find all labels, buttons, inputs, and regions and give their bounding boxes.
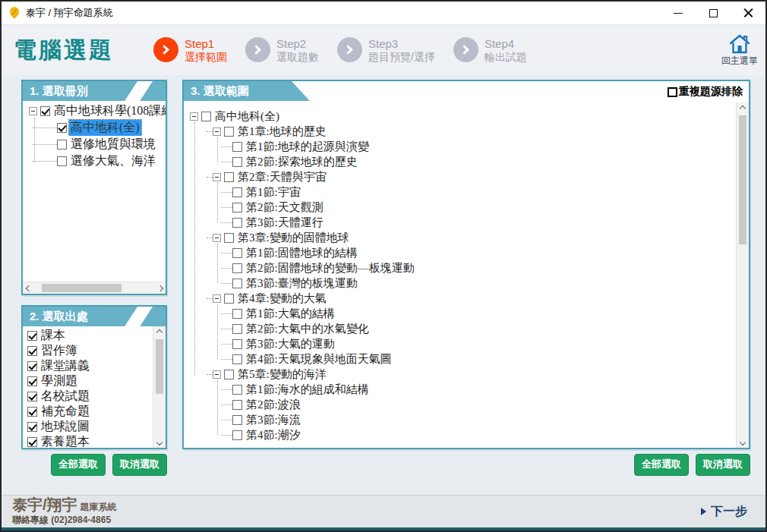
tree-item-label[interactable]: 第1節:固體地球的結構: [245, 246, 359, 260]
tree-item-label[interactable]: 素養題本: [39, 434, 91, 448]
tree-item[interactable]: 選修地質與環境: [23, 136, 166, 153]
checkbox[interactable]: [232, 248, 242, 258]
home-button[interactable]: 回主選單: [721, 33, 758, 68]
deselect-sources-button[interactable]: 取消選取: [112, 454, 167, 476]
tree-item-label[interactable]: 選修地質與環境: [69, 137, 157, 153]
tree-item[interactable]: 第2節:大氣中的水氣變化: [184, 321, 736, 336]
tree-item[interactable]: 第2節:天文觀測: [184, 200, 736, 215]
tree-item-label[interactable]: 第5章:變動的海洋: [236, 367, 328, 382]
tree-item[interactable]: 第3節:天體運行: [184, 215, 736, 230]
tree-item-label[interactable]: 第3章:變動的固體地球: [236, 231, 351, 245]
tree-item-label[interactable]: 課堂講義: [39, 358, 91, 373]
tree-item[interactable]: 習作簿: [23, 343, 153, 358]
tree-item-label[interactable]: 學測題: [39, 373, 79, 389]
checkbox[interactable]: [27, 392, 37, 401]
tree-item[interactable]: 高中地科(全): [184, 109, 736, 124]
tree-item-label[interactable]: 第3節:海流: [245, 413, 302, 427]
tree-item-label[interactable]: 第4節:天氣現象與地面天氣圖: [245, 352, 393, 367]
tree-item-label[interactable]: 高中地科(全): [213, 109, 281, 124]
tree-item[interactable]: 第2章:天體與宇宙: [184, 169, 736, 184]
checkbox[interactable]: [27, 361, 37, 371]
tree-item[interactable]: 第2節:固體地球的變動—板塊運動: [184, 260, 736, 275]
checkbox[interactable]: [232, 309, 242, 319]
tree-item-label[interactable]: 第2節:探索地球的歷史: [245, 155, 359, 169]
dedupe-checkbox[interactable]: [668, 87, 677, 97]
tree-item[interactable]: 第4章:變動的大氣: [184, 291, 736, 306]
tree-item[interactable]: 第3節:臺灣的板塊運動: [184, 275, 736, 291]
tree-item-label[interactable]: 補充命題: [39, 404, 91, 419]
tree-item-label[interactable]: 課本: [39, 328, 67, 343]
tree-item[interactable]: 第4節:潮汐: [184, 427, 736, 442]
tree-item[interactable]: 第1節:固體地球的結構: [184, 245, 736, 260]
tree-item-label[interactable]: 高中地科(全): [69, 120, 141, 136]
horizontal-scrollbar[interactable]: [23, 282, 166, 294]
checkbox[interactable]: [224, 370, 234, 379]
collapse-icon[interactable]: [213, 127, 221, 136]
select-all-scope-button[interactable]: 全部選取: [634, 454, 689, 476]
checkbox[interactable]: [232, 218, 242, 228]
checkbox[interactable]: [232, 263, 242, 273]
tree-item-label[interactable]: 第3節:臺灣的板塊運動: [245, 276, 359, 291]
tree-item-label[interactable]: 第4章:變動的大氣: [236, 291, 328, 306]
select-all-sources-button[interactable]: 全部選取: [51, 454, 106, 476]
tree-item-label[interactable]: 第1節:大氣的結構: [245, 307, 336, 321]
minimize-button[interactable]: [661, 2, 696, 24]
checkbox[interactable]: [27, 331, 37, 341]
tree-item[interactable]: 第1章:地球的歷史: [184, 124, 736, 139]
tree-item[interactable]: 高中地科(全): [23, 119, 166, 136]
scrollbar-thumb[interactable]: [739, 115, 746, 244]
tree-item[interactable]: 課堂講義: [23, 358, 153, 373]
checkbox[interactable]: [57, 156, 67, 166]
tree-item[interactable]: 素養題本: [23, 434, 153, 448]
checkbox[interactable]: [224, 233, 234, 243]
tree-item[interactable]: 第1節:海水的組成和結構: [184, 382, 736, 397]
tree-item-label[interactable]: 第2章:天體與宇宙: [236, 170, 328, 184]
scrollbar-thumb[interactable]: [156, 339, 163, 394]
vertical-scrollbar[interactable]: [736, 102, 749, 448]
tree-item-label[interactable]: 第1節:海水的組成和結構: [245, 382, 371, 397]
tree-item[interactable]: 地球說圖: [23, 419, 153, 434]
maximize-button[interactable]: [696, 2, 731, 24]
tree-item-label[interactable]: 第2節:波浪: [245, 398, 302, 412]
tree-item-label[interactable]: 第2節:固體地球的變動—板塊運動: [245, 261, 416, 275]
checkbox[interactable]: [232, 354, 242, 364]
checkbox[interactable]: [57, 140, 67, 150]
tree-item-label[interactable]: 第3節:大氣的運動: [245, 337, 336, 351]
collapse-icon[interactable]: [190, 112, 198, 121]
checkbox[interactable]: [232, 400, 242, 410]
checkbox[interactable]: [224, 172, 234, 182]
scroll-up-arrow[interactable]: [153, 326, 166, 338]
checkbox[interactable]: [27, 437, 37, 447]
scroll-left-arrow[interactable]: [23, 282, 34, 294]
tree-item-label[interactable]: 地球說圖: [39, 419, 91, 434]
tree-item-label[interactable]: 習作簿: [39, 343, 79, 358]
collapse-icon[interactable]: [213, 173, 221, 181]
tree-item-label[interactable]: 第1節:地球的起源與演變: [245, 140, 371, 154]
checkbox[interactable]: [232, 339, 242, 349]
tree-item[interactable]: 補充命題: [23, 404, 153, 419]
scroll-down-arrow[interactable]: [153, 436, 166, 448]
deselect-scope-button[interactable]: 取消選取: [696, 454, 750, 476]
checkbox[interactable]: [232, 385, 242, 395]
checkbox[interactable]: [224, 127, 234, 137]
collapse-icon[interactable]: [213, 294, 221, 303]
tree-item[interactable]: 第3節:大氣的運動: [184, 336, 736, 351]
next-step-button[interactable]: 下一步: [701, 504, 747, 520]
tree-item[interactable]: 第2節:波浪: [184, 397, 736, 412]
tree-item[interactable]: 學測題: [23, 373, 153, 389]
tree-item-label[interactable]: 第4節:潮汐: [245, 428, 302, 442]
checkbox[interactable]: [27, 376, 37, 386]
dedupe-checkbox-row[interactable]: 重複題源排除: [668, 85, 743, 99]
vertical-scrollbar[interactable]: [153, 326, 166, 448]
tree-item-label[interactable]: 第1節:宇宙: [245, 185, 302, 200]
checkbox[interactable]: [232, 142, 242, 152]
tree-item[interactable]: 第1節:地球的起源與演變: [184, 139, 736, 154]
checkbox[interactable]: [232, 157, 242, 167]
scrollbar-thumb[interactable]: [42, 284, 122, 292]
collapse-icon[interactable]: [213, 234, 221, 242]
tree-item[interactable]: 第5章:變動的海洋: [184, 367, 736, 382]
checkbox[interactable]: [40, 106, 50, 116]
tree-item-label[interactable]: 第3節:天體運行: [245, 216, 325, 230]
tree-item-label[interactable]: 第2節:大氣中的水氣變化: [245, 322, 371, 336]
tree-item[interactable]: 第1節:宇宙: [184, 184, 736, 200]
